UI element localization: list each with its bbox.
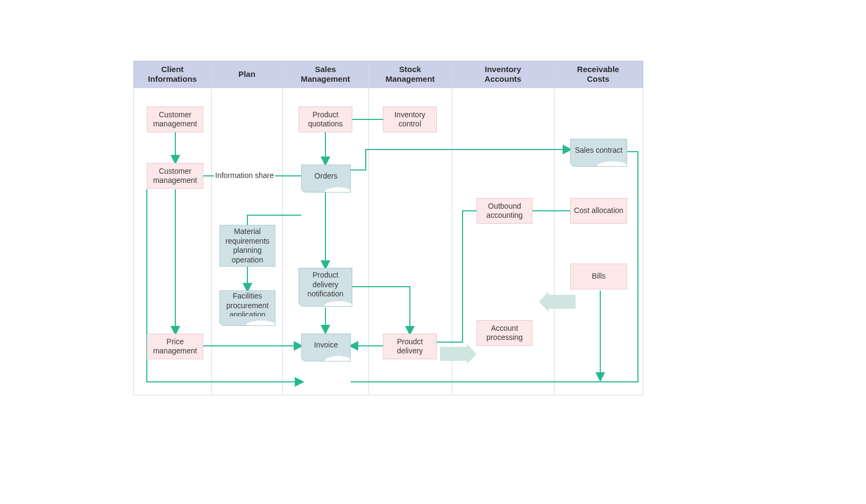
lane-divider [282,61,283,394]
node-mrp: Material requirements planning operation [219,225,275,267]
node-facilities-procurement: Facilities procurement application [219,290,275,321]
node-customer-management-2: Customer management [147,163,203,189]
swimlane-diagram: Client Informations Plan Sales Managemen… [0,0,866,504]
lane-divider [554,61,555,394]
node-invoice: Invoice [301,333,351,356]
node-customer-management-1: Customer management [147,107,203,132]
node-cost-allocation: Cost allocation [570,198,627,224]
col-header-client: Client Informations [133,61,211,88]
edge-label-info-share: Information share [214,171,275,180]
node-price-management: Price management [147,333,203,359]
block-arrow-left-icon [549,295,576,309]
lane-divider [452,61,452,394]
node-bills: Bills [570,264,627,289]
lane-divider [211,61,212,394]
node-sales-contract: Sales contract [570,139,627,161]
col-header-sales: Sales Management [282,61,368,88]
col-header-receivable: Receivable Costs [554,61,642,88]
node-account-processing: Account processing [477,320,533,346]
col-header-stock: Stock Management [368,61,452,88]
node-orders: Orders [301,165,351,187]
col-header-plan: Plan [211,61,282,88]
node-outbound-accounting: Outbound accounting [477,198,533,224]
node-inventory-control: Inventory control [383,107,437,132]
node-product-quotations: Product quotations [299,107,352,132]
col-header-inventory: Inventory Accounts [452,61,554,88]
block-arrow-right-icon [440,347,467,361]
node-product-delivery: Proudct delivery [383,333,437,359]
lane-divider [368,61,369,394]
node-product-delivery-notification: Product delivery notification [299,268,352,301]
